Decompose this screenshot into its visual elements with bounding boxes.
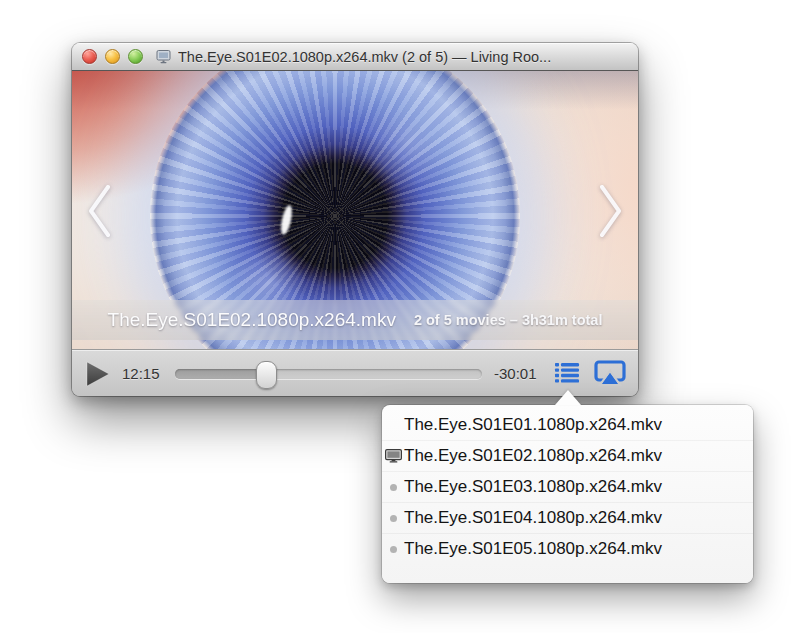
unplayed-bullet-icon xyxy=(382,484,404,491)
playlist-item-label: The.Eye.S01E04.1080p.x264.mkv xyxy=(404,508,662,528)
playlist-item-label: The.Eye.S01E01.1080p.x264.mkv xyxy=(404,415,662,435)
airplay-button[interactable] xyxy=(594,360,626,387)
play-button[interactable] xyxy=(84,360,112,388)
airplay-icon xyxy=(594,360,626,387)
play-icon xyxy=(84,360,112,388)
list-icon xyxy=(554,362,580,384)
seek-slider[interactable] xyxy=(175,369,482,379)
overlay-filename: The.Eye.S01E02.1080p.x264.mkv xyxy=(108,309,396,331)
unplayed-bullet-icon xyxy=(382,515,404,522)
zoom-button[interactable] xyxy=(128,49,143,64)
next-movie-button[interactable] xyxy=(596,183,626,239)
title-bar[interactable]: The.Eye.S01E02.1080p.x264.mkv (2 of 5) —… xyxy=(72,43,638,71)
playlist-item[interactable]: The.Eye.S01E04.1080p.x264.mkv xyxy=(382,502,753,533)
overlay-playlist-stats: 2 of 5 movies – 3h31m total xyxy=(414,312,603,328)
slider-fill xyxy=(175,369,266,379)
playlist-button[interactable] xyxy=(554,362,580,384)
playlist-item[interactable]: The.Eye.S01E05.1080p.x264.mkv xyxy=(382,533,753,564)
chevron-right-icon xyxy=(596,183,626,239)
slider-thumb[interactable] xyxy=(256,361,277,389)
unplayed-bullet-icon xyxy=(382,546,404,553)
player-window: The.Eye.S01E02.1080p.x264.mkv (2 of 5) —… xyxy=(72,43,638,396)
window-title: The.Eye.S01E02.1080p.x264.mkv (2 of 5) —… xyxy=(178,49,551,65)
playlist-item[interactable]: The.Eye.S01E01.1080p.x264.mkv xyxy=(382,410,753,440)
elapsed-time: 12:15 xyxy=(122,365,170,382)
traffic-lights xyxy=(72,49,143,64)
playlist-popover-list: The.Eye.S01E01.1080p.x264.mkvThe.Eye.S01… xyxy=(382,405,753,569)
close-button[interactable] xyxy=(82,49,97,64)
minimize-button[interactable] xyxy=(105,49,120,64)
chevron-left-icon xyxy=(84,183,114,239)
now-playing-overlay: The.Eye.S01E02.1080p.x264.mkv 2 of 5 mov… xyxy=(72,300,638,340)
control-bar: 12:15 -30:01 xyxy=(72,349,638,396)
beamer-movie-screen-icon[interactable] xyxy=(156,49,171,64)
playlist-item-label: The.Eye.S01E05.1080p.x264.mkv xyxy=(404,539,662,559)
playlist-popover: The.Eye.S01E01.1080p.x264.mkvThe.Eye.S01… xyxy=(382,405,753,583)
popover-arrow xyxy=(555,390,581,405)
playlist-item[interactable]: The.Eye.S01E03.1080p.x264.mkv xyxy=(382,471,753,502)
playlist-item[interactable]: The.Eye.S01E02.1080p.x264.mkv xyxy=(382,440,753,471)
playlist-item-label: The.Eye.S01E03.1080p.x264.mkv xyxy=(404,477,662,497)
playlist-item-label: The.Eye.S01E02.1080p.x264.mkv xyxy=(404,446,662,466)
previous-movie-button[interactable] xyxy=(84,183,114,239)
remaining-time: -30:01 xyxy=(494,365,550,382)
video-area: The.Eye.S01E02.1080p.x264.mkv 2 of 5 mov… xyxy=(72,71,638,349)
now-playing-display-icon xyxy=(382,449,404,463)
